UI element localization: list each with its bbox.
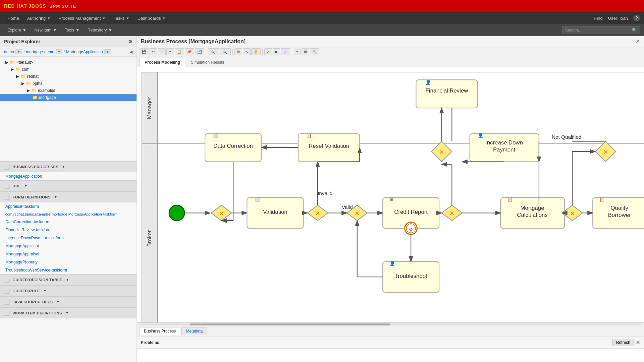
process-canvas[interactable]: Manager Broker 👤 Financial Review ✕ Not … bbox=[137, 67, 644, 322]
bp-toggle: ▾ bbox=[62, 165, 65, 169]
search-button[interactable]: 🔍 bbox=[629, 26, 640, 34]
form-item-2[interactable]: DataCorrection-taskform bbox=[0, 218, 137, 226]
business-processes-header[interactable]: ⬜ BUSINESS PROCESSES ▾ bbox=[0, 162, 137, 172]
redhat-label: redhat bbox=[27, 74, 39, 79]
form-item-3[interactable]: FinancialReview-taskform bbox=[0, 226, 137, 234]
scroll-track[interactable] bbox=[140, 323, 641, 325]
tree-mortgage[interactable]: 📁 mortgage bbox=[0, 94, 137, 101]
tree-com[interactable]: ▶ 📁 com bbox=[0, 66, 137, 73]
tool-copy[interactable]: 📋 bbox=[175, 48, 184, 55]
business-processes-section: ⬜ BUSINESS PROCESSES ▾ MortgageApplicati… bbox=[0, 161, 137, 180]
drl-label: DRL bbox=[13, 184, 21, 188]
help-icon[interactable]: ? bbox=[633, 15, 640, 21]
drl-header[interactable]: ⬜ DRL ▾ bbox=[0, 181, 137, 191]
java-source-header[interactable]: ⬜ JAVA SOURCE FILES ▾ bbox=[0, 297, 137, 307]
nav-tasks[interactable]: Tasks ▼ bbox=[110, 14, 133, 23]
svg-text:📋: 📋 bbox=[306, 133, 312, 138]
search-input[interactable] bbox=[562, 26, 629, 34]
tool-save[interactable]: 💾 bbox=[140, 48, 149, 55]
find-link[interactable]: Find bbox=[594, 16, 602, 21]
data-correction-label: Data Correction bbox=[213, 143, 253, 149]
tool-sep-3 bbox=[262, 49, 263, 55]
increase-down-label-1: Increase Down bbox=[485, 139, 523, 146]
start-event[interactable] bbox=[169, 205, 184, 221]
breadcrumb-demo[interactable]: demo bbox=[4, 50, 14, 54]
gdt-toggle: ▾ bbox=[66, 278, 69, 282]
examples-folder-icon: 📁 bbox=[31, 88, 37, 93]
tool-zoom-out[interactable]: 🔍- bbox=[220, 48, 231, 55]
guided-decision-header[interactable]: ⬜ GUIDED DECISION TABLE ▾ bbox=[0, 275, 137, 285]
guided-rule-section: ⬜ GUIDED RULE ▾ bbox=[0, 285, 137, 296]
examples-expand-icon: ▶ bbox=[27, 88, 30, 93]
tool-fit[interactable]: ⊞ bbox=[234, 48, 242, 55]
problems-close-btn[interactable]: ✕ bbox=[636, 340, 640, 345]
tools-btn[interactable]: Tools ▼ bbox=[61, 26, 83, 34]
explore-btn[interactable]: Explore ▼ bbox=[4, 26, 30, 34]
tab-process-modelling[interactable]: Process Modelling bbox=[140, 58, 185, 67]
mortgage-application-item[interactable]: MortgageApplication bbox=[0, 172, 137, 180]
tool-grid[interactable]: ⊞ bbox=[302, 48, 309, 55]
gr-label: GUIDED RULE bbox=[13, 289, 40, 293]
form-item-8[interactable]: TroubleshootWebService-taskform bbox=[0, 266, 137, 274]
svg-text:✕: ✕ bbox=[570, 210, 575, 217]
tool-format[interactable]: ≡ bbox=[294, 49, 301, 55]
tool-redo[interactable]: ↩ bbox=[158, 48, 166, 55]
form-item-5[interactable]: MortgageApplicant bbox=[0, 242, 137, 250]
tool-select[interactable]: ↖ bbox=[243, 48, 251, 55]
tree-examples[interactable]: ▶ 📁 examples bbox=[0, 87, 137, 94]
tool-simulate[interactable]: ▶ bbox=[273, 48, 280, 55]
nav-dashboards[interactable]: Dashboards ▼ bbox=[134, 14, 169, 23]
svg-text:📋: 📋 bbox=[507, 197, 513, 202]
content-close-btn[interactable]: ✕ bbox=[636, 38, 640, 45]
tool-validate[interactable]: ✓ bbox=[264, 48, 272, 55]
breadcrumb-application[interactable]: MortgageApplication bbox=[66, 50, 103, 54]
new-item-btn[interactable]: New Item ▼ bbox=[31, 26, 60, 34]
fd-label: FORM DEFINITIONS bbox=[13, 195, 51, 199]
bottom-tab-metadata[interactable]: Metadata bbox=[181, 327, 207, 335]
tool-undo[interactable]: ↩ bbox=[150, 48, 157, 55]
tool-cut[interactable]: ✂ bbox=[166, 48, 174, 55]
application-arrow-btn[interactable]: ▼ bbox=[104, 49, 111, 54]
form-item-1[interactable]: com.redhat.bpms.examples.mortgage.Mortga… bbox=[0, 210, 137, 218]
collapse-sidebar-btn[interactable]: ◀ bbox=[129, 50, 132, 54]
refresh-button[interactable]: Refresh bbox=[612, 339, 634, 346]
form-item-6[interactable]: MortgageAppraisal bbox=[0, 250, 137, 258]
scroll-thumb[interactable] bbox=[190, 323, 390, 325]
form-definitions-header[interactable]: ⬜ FORM DEFINITIONS ▾ bbox=[0, 192, 137, 202]
tool-paste[interactable]: 📌 bbox=[185, 48, 194, 55]
form-item-7[interactable]: MortgageProperty bbox=[0, 258, 137, 266]
nav-authoring[interactable]: Authoring ▼ bbox=[24, 14, 54, 23]
horizontal-scrollbar[interactable] bbox=[137, 322, 644, 326]
breadcrumb-mortgage-demo[interactable]: mortgage-demo bbox=[26, 50, 54, 54]
repository-btn[interactable]: Repository ▼ bbox=[84, 26, 115, 34]
tool-properties[interactable]: 🔧 bbox=[310, 48, 319, 55]
work-item-header[interactable]: ⬜ WORK ITEM DEFINITIONS ▾ bbox=[0, 308, 137, 318]
tool-sep-1 bbox=[206, 49, 206, 55]
mortgage-arrow-btn[interactable]: ▼ bbox=[56, 49, 62, 54]
drl-toggle: ▾ bbox=[25, 184, 27, 188]
tree-default[interactable]: ▶ 📁 <default> bbox=[0, 59, 137, 66]
tree-bpms[interactable]: ▶ 📁 bpms bbox=[0, 80, 137, 87]
tool-refresh[interactable]: 🔄 bbox=[195, 48, 204, 55]
svg-text:📋: 📋 bbox=[213, 133, 219, 138]
bottom-tab-business-process[interactable]: Business Process bbox=[140, 327, 180, 335]
default-expand-icon: ▶ bbox=[5, 60, 8, 65]
nav-process-management[interactable]: Process Management ▼ bbox=[55, 14, 109, 23]
bpmn-diagram: Manager Broker 👤 Financial Review ✕ Not … bbox=[137, 67, 644, 322]
tool-pan[interactable]: ✋ bbox=[251, 48, 261, 55]
brand-name: RED HAT JBOSS bbox=[4, 3, 46, 9]
svg-text:✕: ✕ bbox=[219, 210, 224, 217]
demo-arrow-btn[interactable]: ▼ bbox=[15, 49, 22, 54]
sidebar-gear-icon[interactable]: ⚙ bbox=[128, 39, 132, 44]
main-layout: Project Explorer ⚙ demo ▼ / mortgage-dem… bbox=[0, 36, 644, 362]
bpms-expand-icon: ▶ bbox=[21, 81, 24, 86]
guided-rule-header[interactable]: ⬜ GUIDED RULE ▾ bbox=[0, 286, 137, 296]
tab-simulation[interactable]: Simulation Results bbox=[186, 58, 229, 67]
nav-home[interactable]: Home bbox=[4, 14, 22, 23]
tool-deploy[interactable]: ⚡ bbox=[281, 48, 290, 55]
tree-redhat[interactable]: ▶ 📁 redhat bbox=[0, 73, 137, 80]
tool-zoom-in[interactable]: 🔍+ bbox=[208, 48, 219, 55]
form-item-4[interactable]: IncreaseDownPayment-taskform bbox=[0, 234, 137, 242]
sep2: / bbox=[64, 50, 65, 54]
form-item-0[interactable]: Appraisal-taskform bbox=[0, 202, 137, 210]
